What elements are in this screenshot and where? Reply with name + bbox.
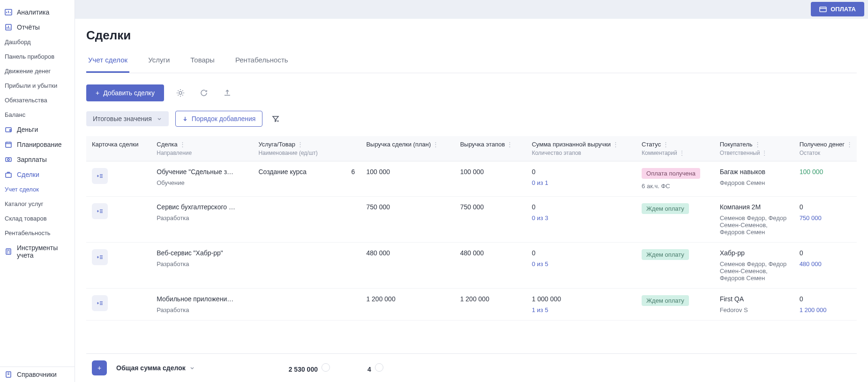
wallet-icon (5, 126, 12, 133)
add-deal-button[interactable]: + Добавить сделку (86, 84, 164, 101)
sidebar-item-directories[interactable]: Справочники (0, 367, 75, 382)
buyer-name: Хабр-рр (720, 249, 745, 257)
column-menu-icon[interactable]: ⋮ (755, 141, 761, 148)
deal-card-icon[interactable] (92, 168, 108, 184)
deal-card-icon[interactable] (92, 203, 108, 219)
column-menu-icon[interactable]: ⋮ (679, 150, 685, 156)
th-recognized[interactable]: Сумма признанной выручки⋮Количество этап… (526, 136, 636, 161)
info-circle-icon[interactable] (375, 363, 383, 372)
responsible: Семенов Федор, Федор Семен-Семенов, Федо… (720, 214, 788, 236)
deal-direction: Разработка (157, 306, 247, 313)
sidebar-subitem[interactable]: Склад товаров (0, 211, 75, 226)
tab[interactable]: Услуги (146, 51, 172, 73)
sidebar-item-deals[interactable]: Сделки (0, 167, 75, 182)
tab[interactable]: Товары (188, 51, 217, 73)
sort-button[interactable]: Порядок добавления (175, 111, 263, 127)
column-menu-icon[interactable]: ⋮ (613, 141, 619, 148)
stages-count: 0 из 3 (532, 214, 630, 222)
th-service[interactable]: Услуга/Товар⋮Наименование (ед/шт) (253, 136, 360, 161)
chevron-down-icon[interactable] (189, 365, 195, 371)
th-status[interactable]: Статус⋮Комментарий⋮ (636, 136, 714, 161)
sidebar-subitem[interactable]: Баланс (0, 107, 75, 122)
buyer-name: First QA (720, 295, 744, 303)
table-row[interactable]: Сервис бухгалтерского уч...Разработка 75… (86, 197, 857, 243)
status-badge: Ждем оплату (642, 295, 689, 306)
revenue-plan: 480 000 (360, 243, 454, 289)
th-deal[interactable]: Сделка⋮Направление (151, 136, 253, 161)
main-area: ОПЛАТА Осталось 14 дней Сделки Учет сдел… (75, 0, 868, 382)
status-badge: Оплата получена (642, 168, 700, 179)
arrow-down-icon (182, 116, 188, 122)
sidebar-subitem[interactable]: Панель приборов (0, 49, 75, 64)
column-menu-icon[interactable]: ⋮ (433, 141, 439, 148)
table-row[interactable]: Мобильное приложение ...Разработка 1 200… (86, 289, 857, 321)
column-menu-icon[interactable]: ⋮ (297, 141, 303, 148)
calculator-icon (5, 248, 12, 255)
table-row[interactable]: Обучение "Сдельные зар...Обучение Создан… (86, 161, 857, 197)
column-menu-icon[interactable]: ⋮ (762, 150, 767, 156)
filter-button[interactable] (269, 112, 282, 125)
sidebar-subitem[interactable]: Прибыли и убытки (0, 78, 75, 93)
status-comment: 6 ак.ч. ФС (642, 183, 709, 190)
column-menu-icon[interactable]: ⋮ (663, 141, 669, 148)
buyer-name: Компания 2М (720, 203, 761, 211)
footer-total: 2 530 000 (289, 363, 330, 373)
column-menu-icon[interactable]: ⋮ (180, 141, 186, 148)
sidebar-label: Планирование (17, 141, 62, 148)
svg-rect-6 (6, 173, 11, 177)
svg-rect-7 (6, 249, 11, 254)
sidebar-subitem[interactable]: Обязательства (0, 93, 75, 107)
column-menu-icon[interactable]: ⋮ (507, 141, 513, 148)
sidebar-subitem[interactable]: Учет сделок (0, 182, 75, 197)
sidebar-subitem[interactable]: Каталог услуг (0, 197, 75, 211)
column-menu-icon[interactable]: ⋮ (846, 141, 853, 148)
refresh-icon (200, 89, 208, 97)
revenue-stages: 1 200 000 (455, 289, 526, 321)
info-circle-icon[interactable] (322, 363, 330, 372)
export-button[interactable] (220, 86, 234, 100)
th-revenue-stages[interactable]: Выручка этапов⋮ (455, 136, 526, 161)
sidebar-label: Деньги (17, 126, 38, 133)
remaining-amount: 1 200 000 (800, 306, 857, 313)
remaining-amount: 750 000 (800, 214, 857, 222)
payment-button[interactable]: ОПЛАТА (811, 2, 864, 16)
sidebar-subitem[interactable]: Движение денег (0, 64, 75, 78)
sidebar-item-analytics[interactable]: Аналитика (0, 5, 75, 20)
deal-direction: Разработка (157, 260, 247, 267)
sidebar-item-tools[interactable]: Инструменты учета (0, 240, 75, 263)
deal-direction: Обучение (157, 179, 247, 186)
revenue-plan: 750 000 (360, 197, 454, 243)
revenue-plan: 100 000 (360, 161, 454, 197)
filter-icon (272, 115, 279, 122)
tab[interactable]: Учет сделок (86, 51, 129, 73)
sidebar-item-planning[interactable]: Планирование (0, 137, 75, 152)
responsible: Fedorov S (720, 306, 788, 313)
table-row[interactable]: Веб-сервис "Хабр-рр"Разработка 480 000 4… (86, 243, 857, 289)
tab[interactable]: Рентабельность (233, 51, 290, 73)
deal-name: Сервис бухгалтерского уч... (157, 203, 236, 211)
revenue-plan: 1 200 000 (360, 289, 454, 321)
th-buyer[interactable]: Покупатель⋮Ответственный⋮ (714, 136, 794, 161)
sidebar-item-salaries[interactable]: Зарплаты (0, 152, 75, 167)
svg-rect-4 (6, 158, 11, 161)
settings-button[interactable] (173, 86, 187, 100)
topbar: ОПЛАТА Осталось 14 дней (75, 0, 868, 19)
deals-table: Карточка сделки Сделка⋮Направление Услуг… (86, 136, 857, 321)
totals-select[interactable]: Итоговые значения (86, 111, 169, 126)
status-badge: Ждем оплату (642, 203, 689, 214)
sidebar-item-reports[interactable]: Отчёты (0, 20, 75, 35)
sidebar-item-money[interactable]: Деньги (0, 122, 75, 137)
th-received[interactable]: Получено денег⋮Остаток (794, 136, 857, 161)
deal-card-icon[interactable] (92, 249, 108, 265)
sidebar-subitem[interactable]: Дашборд (0, 35, 75, 49)
recognized-revenue: 1 000 000 (532, 295, 561, 303)
received-amount: 0 (800, 249, 803, 257)
add-row-button[interactable]: + (92, 360, 107, 375)
sidebar-subitem[interactable]: Рентабельность (0, 226, 75, 240)
footer-label: Общая сумма сделок (116, 364, 195, 372)
th-revenue-plan[interactable]: Выручка сделки (план)⋮ (360, 136, 454, 161)
refresh-button[interactable] (197, 86, 211, 100)
remaining-amount: 480 000 (800, 260, 857, 267)
tabs: Учет сделокУслугиТоварыРентабельность (86, 51, 857, 73)
deal-card-icon[interactable] (92, 295, 108, 311)
